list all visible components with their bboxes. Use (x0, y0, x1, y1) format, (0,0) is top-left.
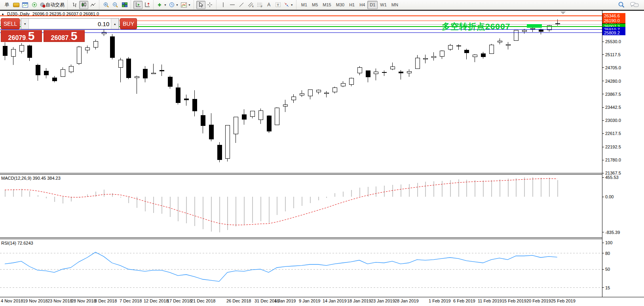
svg-text:E: E (252, 5, 254, 8)
candlestick-chart-button[interactable] (79, 1, 88, 9)
rsi-indicator-label: RSI(14) 72.6243 (1, 241, 33, 245)
timeframe-button-W1[interactable]: W1 (378, 1, 389, 9)
macd-tick-label: 455.53 (605, 175, 619, 180)
timeframe-button-MN[interactable]: MN (389, 1, 401, 9)
toolbar-group-drawing: E F A T ▼ (216, 0, 296, 10)
svg-text:25809.2: 25809.2 (604, 30, 620, 35)
date-tick-label: 23 Jan 2019 (371, 298, 395, 303)
signals-button[interactable] (30, 1, 39, 9)
timeframe-button-H4[interactable]: H4 (357, 1, 367, 9)
toolbar-group-zoom (99, 0, 131, 10)
macd-signal-line (5, 179, 557, 225)
line-chart-button[interactable] (88, 1, 97, 9)
chart-annotation-text: 多空转折点26007 (442, 21, 510, 32)
date-tick-label: 11 Feb 2019 (478, 298, 502, 303)
template-icon (181, 2, 187, 8)
toolbar-group-timeframes: M1M5M15M30H1H4D1W1MN (296, 0, 402, 10)
sell-price-main: 26079 (8, 35, 26, 41)
templates-button[interactable]: ▼ (180, 1, 192, 9)
volume-input[interactable] (29, 19, 111, 29)
price-tick-label: 24705.0 (605, 65, 621, 70)
rsi-tick-label: 15 (605, 285, 610, 290)
search-button[interactable] (617, 1, 626, 9)
market-watch-button[interactable] (11, 1, 21, 9)
text-tool[interactable]: A (264, 1, 274, 9)
label-tool[interactable]: T (274, 1, 283, 9)
timeframe-button-H1[interactable]: H1 (347, 1, 357, 9)
autotrading-label: 自动交易 (46, 2, 65, 8)
toolbar-group-chart-type (67, 0, 99, 10)
zoom-in-button[interactable] (102, 1, 111, 9)
crosshair-button[interactable] (205, 1, 215, 9)
chart-title: ▲ DJ30-,Daily 26096.0 26235.0 26037.0 26… (1, 11, 99, 16)
price-tick-label: 23030.0 (605, 118, 621, 123)
date-tick-label: 25 Feb 2019 (551, 298, 576, 303)
chart-ohlc-values: 26096.0 26235.0 26037.0 26081.0 (32, 11, 99, 16)
price-tick-label: 22192.5 (605, 144, 621, 149)
indicators-button[interactable]: ▼ (156, 1, 168, 9)
date-tick-label: 20 Feb 2019 (526, 298, 551, 303)
price-tick-label: 25117.5 (605, 52, 621, 57)
date-tick-label: 26 Dec 2018 (226, 298, 251, 303)
timeframe-button-M30[interactable]: M30 (334, 1, 347, 9)
macd-histogram (5, 177, 558, 232)
chart-canvas[interactable]: 26081.026346.626190.026007.225910.725809… (0, 11, 644, 306)
label-tool-icon: T (275, 2, 281, 8)
periods-button[interactable]: ▼ (168, 1, 180, 9)
tile-windows-button[interactable] (120, 1, 129, 9)
toolbar-group-right (614, 0, 644, 10)
buy-price-frac: 5 (71, 31, 78, 41)
date-tick-label: 28 Jan 2019 (395, 298, 419, 303)
arrows-tool[interactable]: ▼ (283, 1, 294, 9)
price-tick-label: 24280.0 (605, 79, 621, 84)
chart-window-button[interactable] (21, 1, 30, 9)
object-marker-triangle-icon (560, 11, 566, 14)
dropdown-caret-icon: ▼ (176, 4, 179, 6)
main-toolbar: 单 自动交易 (0, 0, 644, 10)
bar-chart-button[interactable] (70, 1, 79, 9)
chart-shift-button[interactable] (142, 1, 152, 9)
chart-shift-icon (144, 2, 150, 8)
svg-text:T: T (277, 3, 279, 7)
timeframe-button-D1[interactable]: D1 (367, 1, 378, 9)
fibonacci-tool[interactable]: F (255, 1, 264, 9)
timeframe-button-M5[interactable]: M5 (310, 1, 320, 9)
autotrading-icon (40, 2, 46, 8)
chat-button[interactable] (629, 1, 640, 9)
date-tick-label: 4 Jan 2019 (274, 298, 296, 303)
cursor-button[interactable] (196, 1, 205, 9)
horizontal-line-tool[interactable] (228, 1, 237, 9)
timeframe-button-M15[interactable]: M15 (320, 1, 333, 9)
autotrading-button[interactable]: 自动交易 (39, 1, 66, 9)
price-tick-label: 22617.5 (605, 131, 621, 136)
timeframe-button-M1[interactable]: M1 (299, 1, 310, 9)
buy-button[interactable]: BUY (120, 18, 137, 29)
volume-increase-button[interactable]: ▲ (111, 19, 119, 29)
clock-icon (169, 2, 175, 8)
tile-windows-icon (122, 2, 127, 8)
zoom-out-icon (112, 2, 118, 8)
dropdown-caret-icon: ▼ (291, 4, 293, 6)
date-tick-label: 9 Jan 2019 (299, 298, 320, 303)
cursor-arrow-icon (198, 2, 203, 8)
zoom-out-button[interactable] (111, 1, 120, 9)
svg-text:26190.0: 26190.0 (604, 18, 620, 23)
new-order-button[interactable]: 单 (2, 1, 11, 9)
volume-decrease-button[interactable]: ▼ (21, 19, 29, 29)
sell-button[interactable]: SELL (1, 18, 20, 29)
date-tick-label: 6 Feb 2019 (453, 298, 475, 303)
vertical-line-tool[interactable] (219, 1, 228, 9)
date-tick-label: 1 Feb 2019 (429, 298, 451, 303)
rsi-tick-label: 100 (605, 240, 612, 245)
rsi-tick-label: 80 (605, 251, 610, 256)
channel-tool[interactable]: E (246, 1, 255, 9)
chat-bubbles-icon (630, 2, 639, 8)
rsi-line (5, 252, 557, 281)
search-icon (618, 2, 625, 8)
one-click-trading-panel: SELL ▼ ▲ BUY 26079.5 26087.5 (1, 18, 85, 42)
auto-scroll-button[interactable] (133, 1, 142, 9)
zoom-in-icon (103, 2, 109, 8)
gold-icon (13, 3, 19, 7)
date-tick-label: 23 Nov 2018 (47, 298, 72, 303)
trendline-tool[interactable] (237, 1, 246, 9)
